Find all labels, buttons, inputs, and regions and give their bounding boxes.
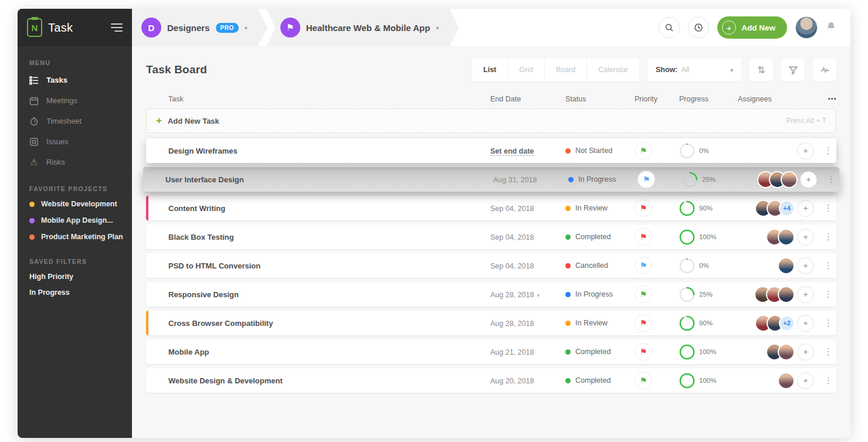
status-label[interactable]: In Review — [575, 204, 608, 212]
status-label[interactable]: Completed — [575, 348, 611, 356]
column-header-assignees[interactable]: Assignees — [738, 95, 818, 103]
task-end-date[interactable]: Aug 28, 2018 — [490, 319, 534, 328]
tab-calendar-view[interactable]: Calendar — [587, 58, 639, 81]
task-row[interactable]: Website Design & Development Aug 20, 201… — [146, 368, 836, 393]
add-assignee-button[interactable]: + — [800, 171, 817, 188]
row-menu-button[interactable]: ⋮ — [820, 259, 836, 273]
sidebar-item-risks[interactable]: ⚠ Risks — [18, 152, 132, 172]
task-name[interactable]: Website Design & Development — [168, 376, 283, 385]
column-header-progress[interactable]: Progress — [679, 95, 738, 103]
task-end-date[interactable]: Sep 04, 2018 — [490, 262, 534, 270]
task-name[interactable]: Design Wireframes — [168, 147, 238, 155]
notifications-bell-icon[interactable] — [826, 21, 836, 34]
tab-list-view[interactable]: List — [472, 58, 508, 81]
assignee-avatar[interactable] — [778, 344, 795, 361]
task-row[interactable]: Cross Browser Compatibility Aug 28, 2018… — [146, 311, 836, 335]
add-new-task-row[interactable]: + Add New Task Press Alt + T — [146, 108, 836, 133]
user-avatar[interactable] — [795, 16, 818, 39]
status-label[interactable]: Completed — [575, 376, 611, 385]
saved-filter-high-priority[interactable]: High Priority — [18, 268, 132, 284]
task-row[interactable]: User Interface Design Aug 31, 2018 In Pr… — [143, 167, 839, 192]
sidebar-item-meetings[interactable]: Meetings — [18, 90, 132, 111]
task-row[interactable]: Design Wireframes Set end date Not Start… — [146, 138, 836, 163]
task-end-date[interactable]: Aug 31, 2018 — [493, 176, 537, 184]
status-label[interactable]: In Review — [575, 319, 608, 327]
assignee-avatar[interactable] — [778, 229, 795, 246]
add-assignee-button[interactable]: + — [797, 344, 814, 361]
recent-activity-button[interactable] — [688, 17, 709, 38]
row-menu-button[interactable]: ⋮ — [820, 317, 836, 330]
filter-button[interactable] — [781, 58, 805, 81]
favorite-project-mobile-app-design[interactable]: Mobile App Design... — [18, 212, 132, 229]
status-label[interactable]: Completed — [575, 233, 611, 241]
hamburger-menu-icon[interactable] — [111, 23, 123, 32]
row-menu-button[interactable]: ⋮ — [820, 288, 836, 301]
task-end-date[interactable]: Aug 21, 2018 — [490, 348, 534, 356]
add-assignee-button[interactable]: + — [797, 257, 814, 274]
assignee-avatar[interactable] — [778, 257, 795, 274]
task-end-date[interactable]: Aug 28, 2018 — [490, 291, 534, 299]
task-row[interactable]: Content Writing Sep 04, 2018 In Review ⚑… — [146, 196, 836, 220]
column-header-status[interactable]: Status — [565, 95, 635, 103]
assignee-avatar[interactable] — [778, 372, 795, 389]
breadcrumb-team[interactable]: D Designers PRO ▾ — [132, 9, 267, 46]
priority-flag-button[interactable]: ⚑ — [635, 343, 652, 361]
sort-button[interactable]: ⇅ — [750, 58, 773, 81]
row-menu-button[interactable]: ⋮ — [820, 202, 836, 215]
row-menu-button[interactable]: ⋮ — [820, 374, 836, 387]
status-label[interactable]: In Progress — [578, 175, 616, 183]
add-assignee-button[interactable]: + — [797, 315, 814, 332]
task-end-date[interactable]: Aug 20, 2018 — [490, 377, 534, 385]
show-filter-dropdown[interactable]: Show: All ▾ — [647, 58, 741, 81]
favorite-project-website-development[interactable]: Website Development — [18, 196, 132, 212]
task-end-date[interactable]: Sep 04, 2018 — [490, 205, 534, 213]
column-options-more-icon[interactable]: ⋯ — [818, 94, 836, 104]
column-header-end-date[interactable]: End Date — [490, 95, 565, 103]
add-assignee-button[interactable]: + — [797, 286, 814, 303]
assignee-overflow-badge[interactable]: +4 — [779, 200, 795, 216]
priority-flag-button[interactable]: ⚑ — [638, 171, 655, 188]
task-name[interactable]: PSD to HTML Conversion — [168, 261, 260, 270]
assignee-avatar[interactable] — [781, 171, 798, 188]
add-new-button[interactable]: + Add New — [717, 16, 787, 39]
task-end-date[interactable]: Sep 04, 2018 — [490, 233, 534, 242]
tab-board-view[interactable]: Board — [545, 58, 587, 81]
tab-grid-view[interactable]: Grid — [508, 58, 545, 81]
assignee-avatar[interactable] — [778, 286, 795, 303]
row-menu-button[interactable]: ⋮ — [823, 173, 839, 186]
status-label[interactable]: Cancelled — [575, 261, 608, 270]
task-name[interactable]: Responsive Design — [168, 290, 239, 299]
sidebar-item-tasks[interactable]: Tasks — [18, 70, 132, 90]
priority-flag-button[interactable]: ⚑ — [635, 142, 652, 159]
assignee-overflow-badge[interactable]: +2 — [779, 315, 795, 331]
priority-flag-button[interactable]: ⚑ — [635, 285, 652, 303]
status-label[interactable]: Not Started — [575, 147, 612, 155]
add-assignee-button[interactable]: + — [797, 372, 814, 389]
status-label[interactable]: In Progress — [575, 290, 613, 298]
sidebar-item-issues[interactable]: Issues — [18, 131, 132, 152]
task-row[interactable]: Responsive Design Aug 28, 2018▾ In Progr… — [146, 282, 836, 307]
priority-flag-button[interactable]: ⚑ — [635, 257, 652, 274]
sidebar-item-timesheet[interactable]: Timesheet — [18, 111, 132, 131]
search-button[interactable] — [659, 17, 680, 38]
column-header-priority[interactable]: Priority — [635, 95, 679, 103]
favorite-project-product-marketing-plan[interactable]: Product Marketing Plan — [18, 229, 132, 245]
priority-flag-button[interactable]: ⚑ — [635, 314, 652, 332]
breadcrumb-project[interactable]: ⚑ Healthcare Web & Mobile App ▾ — [263, 9, 459, 46]
row-menu-button[interactable]: ⋮ — [820, 144, 836, 158]
priority-flag-button[interactable]: ⚑ — [635, 199, 652, 217]
row-menu-button[interactable]: ⋮ — [820, 230, 836, 244]
task-row[interactable]: Mobile App Aug 21, 2018 Completed ⚑ 100%… — [146, 339, 836, 364]
add-assignee-button[interactable]: + — [797, 142, 814, 159]
activity-button[interactable] — [813, 58, 836, 81]
task-row[interactable]: Black Box Testing Sep 04, 2018 Completed… — [146, 225, 836, 249]
priority-flag-button[interactable]: ⚑ — [635, 228, 652, 246]
task-end-date[interactable]: Set end date — [490, 147, 534, 156]
add-assignee-button[interactable]: + — [797, 229, 814, 246]
add-assignee-button[interactable]: + — [797, 200, 814, 217]
priority-flag-button[interactable]: ⚑ — [635, 372, 652, 389]
task-row[interactable]: PSD to HTML Conversion Sep 04, 2018 Canc… — [146, 253, 836, 278]
task-name[interactable]: Cross Browser Compatibility — [168, 319, 273, 328]
task-name[interactable]: Content Writing — [168, 204, 225, 213]
saved-filter-in-progress[interactable]: In Progress — [18, 284, 132, 300]
